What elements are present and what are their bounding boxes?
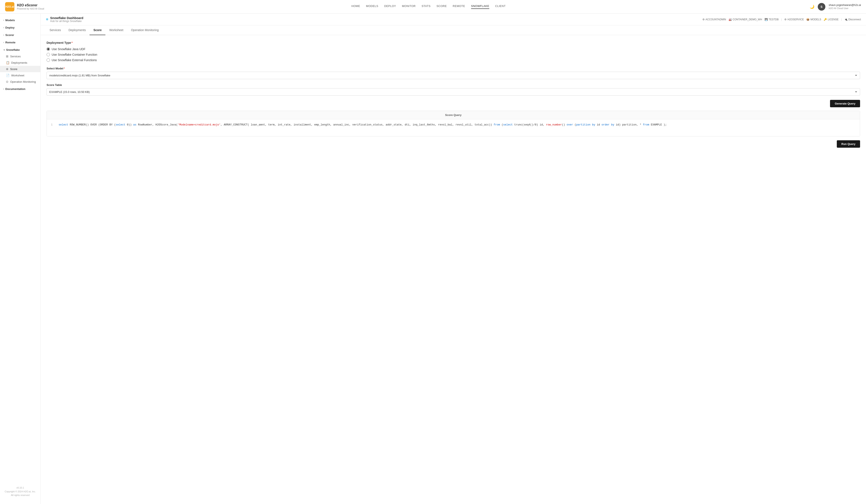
- theme-toggle-icon[interactable]: 🌙: [810, 4, 814, 9]
- select-model-label: Select Model*: [46, 67, 860, 70]
- disconnect-button[interactable]: 🔌 Disconnect: [844, 18, 861, 21]
- nav-remote[interactable]: REMOTE: [453, 4, 465, 9]
- tab-operation-monitoring[interactable]: Operation Monitoring: [127, 25, 163, 35]
- required-asterisk: *: [71, 41, 73, 44]
- sidebar-group-remote-label: Remote: [5, 41, 15, 44]
- sidebar-item-worksheet-label: Worksheet: [11, 74, 24, 77]
- option-java-udf[interactable]: Use Snowflake Java UDF: [46, 47, 860, 51]
- meta-accountadmin: ⚙ ACCOUNTADMIN: [702, 18, 726, 21]
- deployment-type-radio-group: Use Snowflake Java UDF Use Snowflake Con…: [46, 47, 860, 62]
- disconnect-icon: 🔌: [844, 18, 847, 21]
- nav-links: HOME MODELS DEPLOY MONITOR STATS SCORE R…: [47, 4, 810, 9]
- deployment-type-label: Deployment Type*: [46, 41, 860, 44]
- score-table-select[interactable]: EXAMPLE (15.0 rows, 10.50 KB): [46, 88, 860, 96]
- user-role: H2O AI Cloud User: [829, 7, 861, 10]
- sidebar-group-models-header[interactable]: › Models: [0, 17, 41, 23]
- sidebar-item-services[interactable]: ⊞ Services: [0, 53, 41, 59]
- option-external-func[interactable]: Use Snowflake External Functions: [46, 58, 860, 62]
- sidebar-group-documentation: › Documentation: [0, 86, 41, 92]
- sidebar-group-scorer-header[interactable]: › Scorer: [0, 32, 41, 38]
- sidebar-item-score[interactable]: ⊕ Score: [0, 66, 41, 72]
- meta-service: ⚙ H2OSERVICE: [784, 18, 804, 21]
- version-label: v0.10.1: [3, 486, 37, 490]
- sidebar-group-snowflake-header[interactable]: ∨ Snowflake: [0, 46, 41, 53]
- sidebar: › Models › Deploy › Scorer › Remote ∨: [0, 13, 41, 504]
- main-content: ❄ Snowflake Dashboard Hub for all things…: [41, 13, 866, 504]
- snowflake-dashboard-subtitle: Hub for all things Snowflake: [50, 20, 84, 23]
- score-table-group: Score Table EXAMPLE (15.0 rows, 10.50 KB…: [46, 83, 860, 96]
- tab-deployments[interactable]: Deployments: [65, 25, 90, 35]
- sidebar-item-worksheet[interactable]: 📄 Worksheet: [0, 72, 41, 78]
- sidebar-group-remote-header[interactable]: › Remote: [0, 39, 41, 46]
- user-email: shaun.yogeshwaran@h2o.ai: [829, 3, 861, 7]
- chevron-right-icon: ›: [3, 88, 4, 90]
- disconnect-label: Disconnect: [848, 18, 861, 21]
- snowflake-brand-icon: ❄: [46, 18, 48, 21]
- meta-db: 💾 TESTDB: [765, 18, 779, 21]
- sidebar-group-snowflake: ∨ Snowflake ⊞ Services 📋 Deployments ⊕ S…: [0, 46, 41, 85]
- logo-text: H2O eScorer Powered by H2O AI Cloud: [17, 3, 44, 10]
- model-select[interactable]: models/creditcard.mojo (1.81 MB) from Sn…: [46, 72, 860, 79]
- sf-divider-2: |: [841, 18, 842, 21]
- app-name: H2O eScorer: [17, 3, 44, 7]
- run-query-btn-row: Run Query: [46, 140, 860, 148]
- run-query-button[interactable]: Run Query: [837, 140, 860, 148]
- logo-area: H2O.ai H2O eScorer Powered by H2O AI Clo…: [5, 2, 47, 11]
- avatar[interactable]: S: [818, 3, 825, 11]
- services-icon: ⊞: [6, 55, 9, 58]
- meta-models: 📦 MODELS: [806, 18, 821, 21]
- sidebar-group-models: › Models: [0, 17, 41, 23]
- score-icon: ⊕: [6, 67, 9, 71]
- sidebar-group-snowflake-label: Snowflake: [6, 48, 20, 52]
- tab-services[interactable]: Services: [46, 25, 65, 35]
- nav-client[interactable]: CLIENT: [495, 4, 506, 9]
- worksheet-icon: 📄: [6, 74, 10, 77]
- sidebar-group-documentation-header[interactable]: › Documentation: [0, 86, 41, 92]
- nav-score[interactable]: SCORE: [436, 4, 447, 9]
- operation-monitoring-icon: ⊙: [6, 80, 9, 83]
- score-table-label: Score Table: [46, 83, 860, 87]
- sidebar-item-operation-monitoring[interactable]: ⊙ Operation Monitoring: [0, 78, 41, 85]
- account-icon: ⚙: [702, 18, 705, 21]
- generate-query-button[interactable]: Generate Query: [830, 100, 860, 107]
- license-icon: 🔑: [824, 18, 827, 21]
- chevron-right-icon: ›: [3, 41, 4, 44]
- logo-icon: H2O.ai: [5, 2, 14, 11]
- tab-worksheet[interactable]: Worksheet: [106, 25, 127, 35]
- snowflake-header: ❄ Snowflake Dashboard Hub for all things…: [41, 13, 866, 25]
- chevron-down-icon: ∨: [3, 49, 5, 51]
- db-label: TESTDB: [769, 18, 779, 21]
- option-java-udf-label: Use Snowflake Java UDF: [52, 47, 86, 51]
- nav-monitor[interactable]: MONITOR: [402, 4, 416, 9]
- sidebar-footer: v0.10.1 Copyright © 2024 H2O.ai, Inc. Al…: [0, 483, 41, 501]
- sidebar-group-deploy-header[interactable]: › Deploy: [0, 24, 41, 31]
- nav-snowflake[interactable]: SNOWFLAKE: [471, 4, 489, 9]
- deployments-icon: 📋: [6, 61, 10, 64]
- service-icon: ⚙: [784, 18, 787, 21]
- score-query-code: select ROW_NUMBER() OVER (ORDER BY (sele…: [59, 123, 856, 133]
- nav-deploy[interactable]: DEPLOY: [384, 4, 396, 9]
- generate-query-btn-row: Generate Query: [46, 100, 860, 107]
- required-asterisk-2: *: [64, 67, 65, 70]
- radio-external-func[interactable]: [46, 58, 50, 62]
- tab-score[interactable]: Score: [89, 25, 106, 35]
- rights-label: All rights reserved: [3, 493, 37, 497]
- nav-models[interactable]: MODELS: [366, 4, 378, 9]
- nav-stats[interactable]: STATS: [422, 4, 431, 9]
- sidebar-item-deployments[interactable]: 📋 Deployments: [0, 59, 41, 66]
- radio-java-udf[interactable]: [46, 47, 50, 51]
- top-navigation: H2O.ai H2O eScorer Powered by H2O AI Clo…: [0, 0, 866, 13]
- option-container-func[interactable]: Use Snowflake Container Function: [46, 53, 860, 56]
- snowflake-dashboard-title: Snowflake Dashboard: [50, 16, 84, 20]
- nav-home[interactable]: HOME: [352, 4, 360, 9]
- license-label: LICENSE: [828, 18, 839, 21]
- chevron-right-icon: ›: [3, 19, 4, 21]
- sf-divider-1: |: [781, 18, 782, 21]
- chevron-right-icon: ›: [3, 34, 4, 36]
- meta-license: 🔑 LICENSE: [824, 18, 839, 21]
- radio-container-func[interactable]: [46, 53, 50, 56]
- sidebar-item-score-label: Score: [10, 67, 17, 71]
- nav-right: 🌙 S shaun.yogeshwaran@h2o.ai H2O AI Clou…: [810, 3, 861, 11]
- warehouse-icon: 🏭: [729, 18, 732, 21]
- user-info: shaun.yogeshwaran@h2o.ai H2O AI Cloud Us…: [829, 3, 861, 10]
